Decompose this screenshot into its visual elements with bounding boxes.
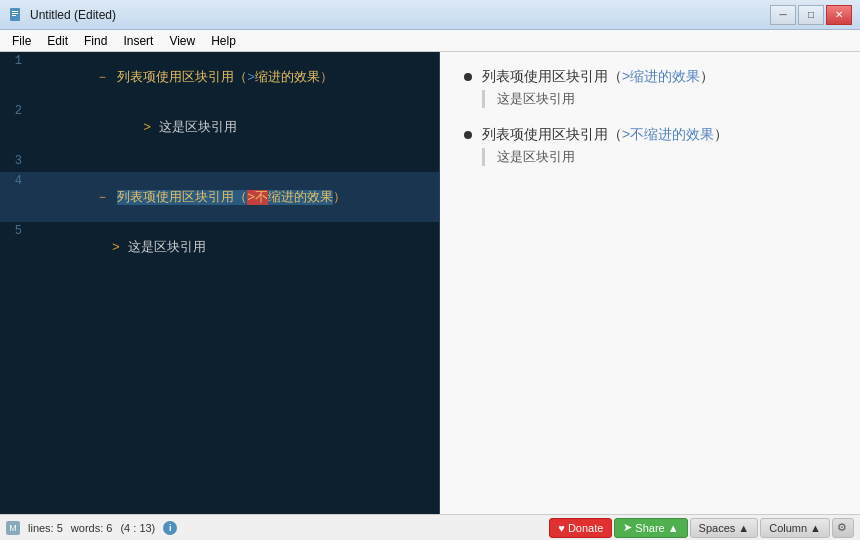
preview-item-2: 列表项使用区块引用（>不缩进的效果） 这是区块引用 xyxy=(464,126,836,166)
title-bar-controls: ─ □ ✕ xyxy=(770,5,852,25)
preview-title-paren-1: ） xyxy=(700,68,714,84)
minimize-button[interactable]: ─ xyxy=(770,5,796,25)
preview-item-title-1: 列表项使用区块引用（>缩进的效果） xyxy=(482,68,836,86)
status-file-icon: M xyxy=(6,521,20,535)
status-bar: M lines: 5 words: 6 (4 : 13) i ♥ Donate … xyxy=(0,514,860,540)
preview-pane: 列表项使用区块引用（>缩进的效果） 这是区块引用 列表项使用区块引用（>不缩进的… xyxy=(440,52,860,514)
donate-icon: ♥ xyxy=(558,522,565,534)
share-icon: ➤ xyxy=(623,521,632,534)
title-bar: Untitled (Edited) ─ □ ✕ xyxy=(0,0,860,30)
settings-button[interactable]: ⚙ xyxy=(832,518,854,538)
status-right: ♥ Donate ➤ Share ▲ Spaces ▲ Column ▲ ⚙ xyxy=(549,518,854,538)
token-arrow5: > xyxy=(112,240,128,255)
preview-blockquote-2: 这是区块引用 xyxy=(482,148,836,166)
gear-icon: ⚙ xyxy=(837,521,847,534)
token-selected2: 缩进的效果 xyxy=(268,190,333,205)
status-words: words: 6 xyxy=(71,522,113,534)
svg-rect-2 xyxy=(12,13,18,14)
preview-item-1: 列表项使用区块引用（>缩进的效果） 这是区块引用 xyxy=(464,68,836,108)
donate-button[interactable]: ♥ Donate xyxy=(549,518,612,538)
preview-title-paren-2: ） xyxy=(714,126,728,142)
line-content-4: － 列表项使用区块引用（>不缩进的效果） xyxy=(30,173,439,221)
token-selected: 列表项使用区块引用（ xyxy=(117,190,247,205)
donate-label: Donate xyxy=(568,522,603,534)
editor-line-4: 4 － 列表项使用区块引用（>不缩进的效果） xyxy=(0,172,439,222)
editor-line-1: 1 － 列表项使用区块引用（>缩进的效果） xyxy=(0,52,439,102)
preview-item-title-2: 列表项使用区块引用（>不缩进的效果） xyxy=(482,126,836,144)
share-button[interactable]: ➤ Share ▲ xyxy=(614,518,687,538)
token-link: > xyxy=(247,70,255,85)
preview-blockquote-1: 这是区块引用 xyxy=(482,90,836,108)
menu-view[interactable]: View xyxy=(161,32,203,50)
svg-rect-3 xyxy=(12,15,16,16)
spaces-label: Spaces xyxy=(699,522,736,534)
main-area: 1 － 列表项使用区块引用（>缩进的效果） 2 > 这是区块引用 3 4 － 列… xyxy=(0,52,860,514)
token-text: 列表项使用区块引用（ xyxy=(117,70,247,85)
preview-title-text-1: 列表项使用区块引用（ xyxy=(482,68,622,84)
line-number-3: 3 xyxy=(0,153,30,168)
menu-bar: File Edit Find Insert View Help xyxy=(0,30,860,52)
svg-rect-1 xyxy=(12,11,18,12)
line-content-5: > 这是区块引用 xyxy=(30,223,439,271)
column-button[interactable]: Column ▲ xyxy=(760,518,830,538)
token-white5: 这是区块引用 xyxy=(128,240,206,255)
preview-item-content-2: 列表项使用区块引用（>不缩进的效果） 这是区块引用 xyxy=(482,126,836,166)
menu-file[interactable]: File xyxy=(4,32,39,50)
token-indent xyxy=(96,120,143,135)
token-highlight: >不 xyxy=(247,190,268,205)
bullet-2 xyxy=(464,131,472,139)
token-paren: ） xyxy=(320,70,333,85)
preview-list: 列表项使用区块引用（>缩进的效果） 这是区块引用 列表项使用区块引用（>不缩进的… xyxy=(464,68,836,166)
menu-edit[interactable]: Edit xyxy=(39,32,76,50)
token-text2: 缩进的效果 xyxy=(255,70,320,85)
line-number-4: 4 xyxy=(0,173,30,188)
menu-insert[interactable]: Insert xyxy=(115,32,161,50)
preview-link-1[interactable]: >缩进的效果 xyxy=(622,68,700,84)
window-title: Untitled (Edited) xyxy=(30,8,116,22)
title-bar-left: Untitled (Edited) xyxy=(8,7,116,23)
token-arrow: > xyxy=(143,120,159,135)
menu-find[interactable]: Find xyxy=(76,32,115,50)
line-content-1: － 列表项使用区块引用（>缩进的效果） xyxy=(30,53,439,101)
token-dash4: － xyxy=(96,190,117,205)
info-icon[interactable]: i xyxy=(163,521,177,535)
editor-line-2: 2 > 这是区块引用 xyxy=(0,102,439,152)
menu-help[interactable]: Help xyxy=(203,32,244,50)
preview-title-text-2: 列表项使用区块引用（ xyxy=(482,126,622,142)
app-icon xyxy=(8,7,24,23)
status-position: (4 : 13) xyxy=(120,522,155,534)
spaces-chevron: ▲ xyxy=(738,522,749,534)
editor-line-5: 5 > 这是区块引用 xyxy=(0,222,439,272)
share-label: Share xyxy=(635,522,664,534)
token-indent5 xyxy=(96,240,112,255)
token-white: 这是区块引用 xyxy=(159,120,237,135)
column-chevron: ▲ xyxy=(810,522,821,534)
maximize-button[interactable]: □ xyxy=(798,5,824,25)
share-chevron: ▲ xyxy=(668,522,679,534)
line-content-2: > 这是区块引用 xyxy=(30,103,439,151)
preview-link-2[interactable]: >不缩进的效果 xyxy=(622,126,714,142)
status-lines: lines: 5 xyxy=(28,522,63,534)
line-number-1: 1 xyxy=(0,53,30,68)
column-label: Column xyxy=(769,522,807,534)
line-number-5: 5 xyxy=(0,223,30,238)
token-paren4: ） xyxy=(333,190,346,205)
editor-pane[interactable]: 1 － 列表项使用区块引用（>缩进的效果） 2 > 这是区块引用 3 4 － 列… xyxy=(0,52,440,514)
editor-line-3: 3 xyxy=(0,152,439,172)
status-left: M lines: 5 words: 6 (4 : 13) i xyxy=(6,521,177,535)
preview-item-content-1: 列表项使用区块引用（>缩进的效果） 这是区块引用 xyxy=(482,68,836,108)
line-number-2: 2 xyxy=(0,103,30,118)
token-dash: － xyxy=(96,70,117,85)
spaces-button[interactable]: Spaces ▲ xyxy=(690,518,759,538)
close-button[interactable]: ✕ xyxy=(826,5,852,25)
bullet-1 xyxy=(464,73,472,81)
svg-rect-0 xyxy=(10,8,20,21)
